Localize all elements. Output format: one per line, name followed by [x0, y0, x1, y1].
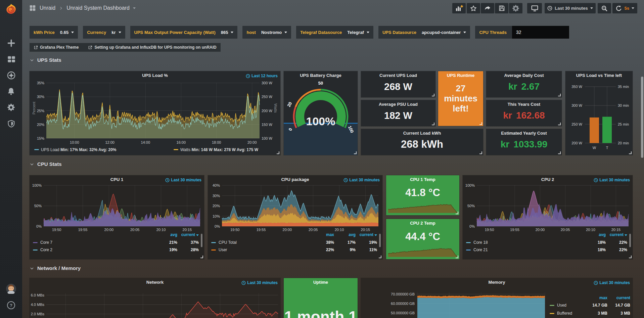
legend-column-max[interactable]: max	[584, 296, 607, 300]
grafana-logo[interactable]	[0, 3, 22, 16]
legend-series-name[interactable]: User	[219, 247, 227, 252]
cpu1-ch art[interactable]: 100%50%0%19:5019:5520:0020:0520:1020:15a…	[30, 175, 204, 259]
legend-item[interactable]: UPS Load Min: 17% Max: 32% Avg: 20%	[34, 147, 117, 152]
legend-scrollbar[interactable]	[379, 234, 381, 247]
panel-title[interactable]: CPU 1 Temp	[386, 177, 459, 182]
panel-resize-handle[interactable]	[629, 256, 632, 258]
panel-title[interactable]: Estimated Yearly Cost	[486, 131, 562, 136]
panel-resize-handle[interactable]	[479, 122, 482, 125]
panel-resize-handle[interactable]	[558, 151, 561, 154]
sidebar-item-help[interactable]: ?	[0, 301, 22, 310]
ups-load-chart[interactable]: 35%30%25%20%15%300 W250 W200 W150 W100 W…	[30, 71, 280, 155]
ups-load-vs-time-chart[interactable]: 350 W300 W250 W200 W35 min30 min25 min20…	[565, 71, 633, 155]
panel-title[interactable]: UPS Runtime	[438, 73, 483, 78]
add-panel-button[interactable]	[452, 3, 466, 13]
variable-value-dropdown[interactable]: 0.65	[60, 30, 78, 35]
legend-series-name[interactable]: Watts	[180, 147, 192, 152]
panel-resize-handle[interactable]	[479, 151, 482, 154]
variable-value-dropdown[interactable]: Nostromo	[261, 30, 291, 35]
template-variables-row: kWh Price0.65CurrencykrUPS Max Output Po…	[30, 26, 569, 39]
dashboard-settings-button[interactable]	[509, 3, 522, 13]
star-dashboard-button[interactable]	[467, 3, 480, 13]
panel-title[interactable]: Current Load kWh	[361, 131, 483, 136]
sidebar-item-profile[interactable]	[0, 284, 22, 294]
panel-resize-handle[interactable]	[277, 151, 279, 154]
legend-column-avg[interactable]: avg	[332, 232, 356, 237]
panel-title[interactable]: Current UPS Load	[361, 73, 435, 78]
dashboard-link-2[interactable]: Setting up Grafana and InfluxDB for UPS …	[88, 45, 216, 50]
legend-series-name[interactable]: Buffered	[557, 311, 572, 316]
panel-resize-handle[interactable]	[379, 256, 381, 258]
apps-grid-icon[interactable]	[29, 4, 36, 12]
share-dashboard-button[interactable]	[481, 3, 494, 13]
section-title: Network / Memory	[37, 265, 81, 271]
panel-title[interactable]: Average Daily Cost	[486, 73, 562, 78]
panel-title[interactable]: Uptime	[284, 280, 358, 285]
panel-title[interactable]: UPS Load vs Time left	[565, 73, 633, 78]
panel-resize-handle[interactable]	[432, 94, 434, 96]
panel-title[interactable]: Average PSU Load	[361, 102, 435, 107]
panel-resize-handle[interactable]	[558, 123, 561, 125]
panel-resize-handle[interactable]	[456, 212, 458, 214]
sidebar-item-dashboards[interactable]	[0, 54, 22, 64]
panel-title[interactable]: CPU 2 Temp	[386, 221, 459, 226]
link-label: Grafana Plex Theme	[40, 45, 79, 50]
scrollbar-thumb[interactable]	[641, 77, 643, 158]
legend-column-avg[interactable]: avg	[154, 232, 177, 237]
legend-column-current[interactable]: current	[604, 232, 627, 237]
panel-title[interactable]: UPS Battery Charge	[284, 73, 358, 78]
sidebar-item-explore[interactable]	[0, 70, 22, 80]
panel-resize-handle[interactable]	[354, 151, 357, 154]
cpu-threads-input[interactable]	[512, 26, 569, 39]
legend-value: 19%	[354, 240, 377, 245]
variable-value-dropdown[interactable]: 865	[221, 30, 238, 35]
sidebar-item-server-admin[interactable]	[0, 119, 22, 129]
legend-item[interactable]: Watts Min: 148 W Max: 278 W Avg: 175 W	[174, 147, 258, 152]
section-header-network-memory[interactable]: Network / Memory	[30, 265, 81, 271]
legend-column-current[interactable]: current	[354, 232, 377, 237]
legend-series-name[interactable]: Core 2	[40, 247, 52, 252]
variable-value-dropdown[interactable]: Telegraf	[347, 30, 373, 35]
panel-resize-handle[interactable]	[629, 151, 632, 154]
breadcrumb-page-title[interactable]: Unraid System Dashboard	[66, 5, 130, 11]
panel-title[interactable]: Memory	[361, 280, 633, 285]
variable-value-dropdown[interactable]: apcupsd-container	[422, 30, 470, 35]
legend-series-name[interactable]: CPU Total	[219, 240, 237, 245]
legend-column-current[interactable]: current	[607, 296, 630, 300]
legend-column-max[interactable]: max	[311, 232, 334, 237]
panel-title[interactable]: This Years Cost	[486, 102, 562, 107]
refresh-button[interactable]: 5s	[612, 3, 637, 13]
refresh-caret[interactable]	[632, 7, 634, 9]
panel-resize-handle[interactable]	[558, 94, 561, 96]
panel-resize-handle[interactable]	[432, 123, 434, 125]
cpu-package-chart[interactable]: 40%30%20%10%0%19:5019:5520:0020:0520:102…	[208, 175, 382, 259]
sidebar-item-create[interactable]	[0, 38, 22, 48]
legend-series-name[interactable]: Core 7	[40, 240, 52, 245]
sidebar-item-alerting[interactable]	[0, 86, 22, 96]
legend-scrollbar[interactable]	[201, 234, 202, 247]
refresh-interval-label[interactable]: 5s	[625, 6, 629, 11]
breadcrumb-section[interactable]: Unraid	[40, 5, 55, 11]
tv-mode-button[interactable]	[527, 3, 542, 13]
legend-series-name[interactable]: Core 18	[473, 240, 488, 245]
legend-column-current[interactable]: current	[175, 232, 199, 237]
legend-series-name[interactable]: Core 21	[473, 247, 488, 252]
panel-resize-handle[interactable]	[200, 256, 203, 258]
cpu2-chart[interactable]: 100%50%0%19:5019:5520:0020:0520:1020:15a…	[463, 175, 633, 259]
dashboard-title-caret[interactable]	[133, 7, 136, 9]
time-picker-button[interactable]: Last 30 minutes	[545, 3, 596, 13]
battery-gauge[interactable]: 02050100	[284, 71, 358, 155]
variable-value-dropdown[interactable]: kr	[111, 30, 125, 35]
legend-series-name[interactable]: Used	[557, 303, 566, 308]
legend-series-name[interactable]: UPS Load	[41, 147, 60, 152]
section-header-ups-stats[interactable]: UPS Stats	[30, 57, 61, 63]
save-dashboard-button[interactable]	[495, 3, 508, 13]
dashboard-link-1[interactable]: Grafana Plex Theme	[34, 45, 79, 50]
panel-title[interactable]: UPS Load %	[30, 73, 280, 78]
legend-column-avg[interactable]: avg	[582, 232, 606, 237]
legend-scrollbar[interactable]	[629, 234, 631, 247]
zoom-out-button[interactable]	[598, 3, 611, 13]
section-header-cpu-stats[interactable]: CPU Stats	[30, 161, 62, 167]
sidebar-item-configuration[interactable]	[0, 102, 22, 112]
panel-resize-handle[interactable]	[456, 256, 458, 258]
